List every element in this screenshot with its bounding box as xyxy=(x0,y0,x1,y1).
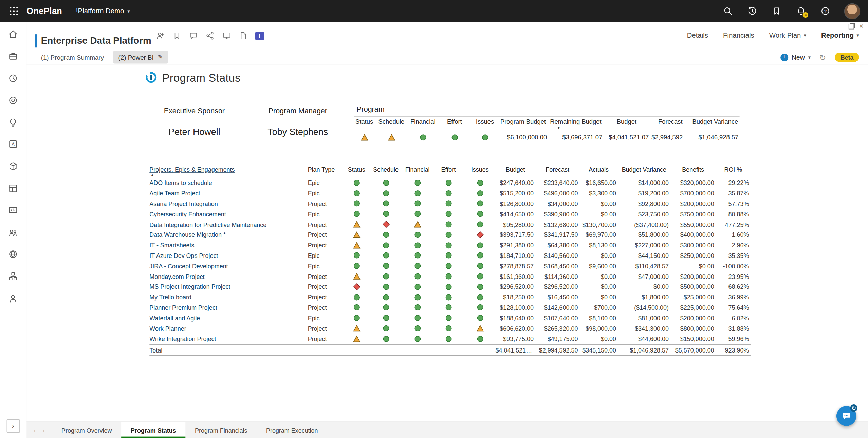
report-page-tab[interactable]: Program Execution xyxy=(257,422,327,438)
sidebar-status-target-icon[interactable] xyxy=(0,89,26,111)
sidebar-home-icon[interactable] xyxy=(0,23,26,45)
page-nav-left-icon[interactable]: ‹ xyxy=(34,426,36,434)
value-cell: $44,600.00 xyxy=(618,336,670,342)
table-column-header[interactable]: Schedule xyxy=(369,166,403,173)
status-cell xyxy=(403,252,432,259)
table-column-header[interactable]: ROI % xyxy=(716,166,751,173)
bookmark-plan-icon[interactable] xyxy=(172,31,182,40)
history-icon[interactable] xyxy=(747,5,758,17)
notifications-icon[interactable] xyxy=(795,5,807,17)
tab-power-bi[interactable]: (2) Power BI ✎ xyxy=(113,51,168,64)
status-cell xyxy=(432,283,465,290)
sidebar-forms-icon[interactable]: A xyxy=(0,133,26,155)
app-launcher-icon[interactable] xyxy=(8,5,20,17)
project-link[interactable]: My Trello board xyxy=(149,294,191,301)
sidebar-portfolio-icon[interactable] xyxy=(0,45,26,67)
assign-user-icon[interactable] xyxy=(155,31,165,40)
table-column-header[interactable]: Actuals xyxy=(579,166,618,173)
search-icon[interactable] xyxy=(722,5,734,17)
table-column-header[interactable]: Plan Type xyxy=(306,166,344,173)
project-link[interactable]: ADO Items to schedule xyxy=(149,179,212,186)
status-cell xyxy=(403,200,432,207)
table-column-header[interactable]: Status xyxy=(344,166,369,173)
project-link[interactable]: Planner Premium Project xyxy=(149,304,217,311)
program-column-header[interactable]: Issues xyxy=(472,118,498,125)
kpi-green-circle-icon xyxy=(445,179,452,186)
table-column-header[interactable]: Forecast xyxy=(535,166,579,173)
workspace-selector[interactable]: !Platform Demo ▾ xyxy=(76,7,130,15)
project-link[interactable]: Data Warehouse Migration * xyxy=(149,231,226,238)
presentation-icon[interactable] xyxy=(222,31,232,40)
project-link[interactable]: MS Project Integration Project xyxy=(149,284,230,290)
project-link[interactable]: Data Integration for Predictive Maintena… xyxy=(149,221,266,228)
project-link[interactable]: Agile Team Project xyxy=(149,190,200,197)
kpi-yellow-triangle-icon xyxy=(388,134,395,141)
program-column-header[interactable]: Financial xyxy=(408,118,437,125)
project-link[interactable]: Cybersecurity Enhancement xyxy=(149,211,226,217)
program-column-header[interactable]: Budget xyxy=(603,118,650,125)
nav-details[interactable]: Details xyxy=(687,32,708,39)
nav-financials[interactable]: Financials xyxy=(723,32,754,39)
program-column-header[interactable]: Forecast xyxy=(650,118,691,125)
edit-pencil-icon[interactable]: ✎ xyxy=(158,54,163,61)
refresh-icon[interactable]: ↻ xyxy=(819,53,826,62)
restore-icon[interactable] xyxy=(848,24,854,29)
close-icon[interactable]: ✕ xyxy=(859,24,864,29)
chat-fab-button[interactable] xyxy=(836,406,856,426)
value-cell: $700,000.00 xyxy=(670,190,716,197)
tab-program-summary[interactable]: (1) Program Summary xyxy=(35,51,109,63)
table-column-header[interactable]: Budget xyxy=(495,166,535,173)
table-column-header[interactable]: Projects, Epics & Engagements▲ xyxy=(149,166,306,173)
sidebar-integrations-icon[interactable] xyxy=(0,243,26,265)
sidebar-ideas-icon[interactable] xyxy=(0,111,26,133)
table-column-header[interactable]: Benefits xyxy=(670,166,716,173)
sidebar-expand-button[interactable]: › xyxy=(6,419,20,433)
sidebar-products-icon[interactable] xyxy=(0,155,26,177)
kpi-green-circle-icon xyxy=(382,315,389,322)
sidebar-apps-icon[interactable] xyxy=(0,177,26,199)
bookmark-icon[interactable] xyxy=(771,5,782,17)
project-link[interactable]: Work Planner xyxy=(149,325,186,332)
document-icon[interactable] xyxy=(239,31,248,40)
status-cell xyxy=(403,231,432,238)
project-link[interactable]: Monday.com Project xyxy=(149,273,204,280)
share-icon[interactable] xyxy=(205,31,215,40)
sidebar-timesheet-icon[interactable] xyxy=(0,67,26,89)
program-column-header[interactable]: Schedule xyxy=(374,118,408,125)
report-page-tab[interactable]: Program Status xyxy=(121,422,185,438)
teams-icon[interactable]: T xyxy=(255,31,264,40)
project-link[interactable]: JIRA - Concept Development xyxy=(149,263,228,269)
brand-logo[interactable]: OnePlan xyxy=(26,6,62,16)
project-link[interactable]: Waterfall and Agile xyxy=(149,315,200,321)
help-icon[interactable]: ? xyxy=(820,5,831,17)
report-page-tab[interactable]: Program Overview xyxy=(52,422,121,438)
table-column-header[interactable]: Budget Variance xyxy=(618,166,670,173)
project-link[interactable]: IT - Smartsheets xyxy=(149,242,194,249)
new-button[interactable]: + New ▾ xyxy=(780,53,811,61)
sidebar-insights-icon[interactable] xyxy=(0,199,26,222)
sidebar-profile-icon[interactable] xyxy=(0,287,26,309)
comments-icon[interactable] xyxy=(189,31,198,40)
program-column-header[interactable]: Program Budget xyxy=(498,118,548,125)
program-column-header[interactable]: Remaining Budget▼ xyxy=(548,118,603,125)
program-column-header[interactable]: Status xyxy=(354,118,374,125)
table-column-header[interactable]: Issues xyxy=(464,166,495,173)
project-link[interactable]: IT Azure Dev Ops Project xyxy=(149,252,218,259)
kpi-yellow-triangle-icon xyxy=(353,242,360,249)
nav-work-plan[interactable]: Work Plan▾ xyxy=(769,32,806,39)
nav-reporting[interactable]: Reporting▾ xyxy=(821,32,859,39)
project-link[interactable]: Asana Project Integration xyxy=(149,200,218,207)
program-column-header[interactable]: Effort xyxy=(437,118,472,125)
project-link[interactable]: Wrike Integration Project xyxy=(149,336,216,342)
value-cell: $200,000.00 xyxy=(670,200,716,207)
page-nav-right-icon[interactable]: › xyxy=(43,426,45,434)
sidebar-resources-icon[interactable] xyxy=(0,222,26,244)
sidebar-workflows-icon[interactable] xyxy=(0,265,26,287)
chevron-down-icon: ▾ xyxy=(804,33,806,38)
user-avatar[interactable] xyxy=(844,3,860,19)
program-column-header[interactable]: Budget Variance xyxy=(691,118,740,125)
report-page-tab[interactable]: Program Financials xyxy=(185,422,257,438)
table-column-header[interactable]: Effort xyxy=(432,166,465,173)
status-cell xyxy=(369,210,403,217)
table-column-header[interactable]: Financial xyxy=(403,166,432,173)
